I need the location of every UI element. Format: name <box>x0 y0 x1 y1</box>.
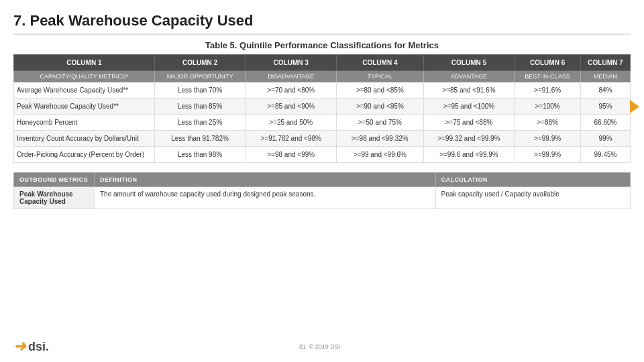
bottom-header-row: OUTBOUND METRICS DEFINITION CALCULATION <box>14 173 631 187</box>
table-cell: 84% <box>580 82 630 99</box>
subheader-col7: MEDIAN <box>580 71 630 82</box>
logo: ➜ dsi. <box>13 338 49 355</box>
subheader-col3: DISADVANTAGE <box>246 71 337 82</box>
main-table: COLUMN 1 COLUMN 2 COLUMN 3 COLUMN 4 COLU… <box>13 54 631 163</box>
subheader-col2: MAJOR OPPORTUNITY <box>154 71 246 82</box>
bottom-col3-header: CALCULATION <box>435 173 630 187</box>
table-cell: >=91.6% <box>515 82 581 99</box>
col7-header: COLUMN 7 <box>580 55 630 71</box>
table-cell: 99% <box>580 131 630 147</box>
bottom-section: OUTBOUND METRICS DEFINITION CALCULATION … <box>13 172 631 209</box>
table-cell: Order-Picking Accuracy (Percent by Order… <box>14 147 155 163</box>
col6-header: COLUMN 6 <box>515 55 581 71</box>
table-cell: Average Warehouse Capacity Used** <box>14 82 155 99</box>
table-cell: >=70 and <80% <box>246 82 337 99</box>
table-cell: Inventory Count Accuracy by Dollars/Unit <box>14 131 155 147</box>
table-cell: >=50 and 75% <box>337 115 424 131</box>
subheader-col5: ADVANTAGE <box>423 71 515 82</box>
table-row: Order-Picking Accuracy (Percent by Order… <box>14 147 631 163</box>
table-cell: >=99.9% <box>515 147 581 163</box>
table-cell: 95% <box>580 99 630 115</box>
table-cell: >=99.6 and <99.9% <box>423 147 515 163</box>
col2-header: COLUMN 2 <box>154 55 246 71</box>
bottom-table-row: Peak Warehouse Capacity UsedThe amount o… <box>14 187 631 209</box>
subheader-col1: CAPACITY/QUALITY METRICS* <box>14 71 155 82</box>
table-cell: >=80 and <85% <box>337 82 424 99</box>
table-cell: >=100% <box>515 99 581 115</box>
table-cell: >=98 and <99.32% <box>337 131 424 147</box>
col5-header: COLUMN 5 <box>423 55 515 71</box>
logo-text: dsi. <box>28 340 49 354</box>
bottom-table-cell: Peak capacity used / Capacity available <box>435 187 630 209</box>
table-cell: 66.60% <box>580 115 630 131</box>
column-header-row: COLUMN 1 COLUMN 2 COLUMN 3 COLUMN 4 COLU… <box>14 55 631 71</box>
bottom-table-cell: The amount of warehouse capacity used du… <box>95 187 436 209</box>
main-table-body: Average Warehouse Capacity Used**Less th… <box>14 82 631 163</box>
table-cell: >=90 and <95% <box>337 99 424 115</box>
bottom-table-body: Peak Warehouse Capacity UsedThe amount o… <box>14 187 631 209</box>
table-cell: Less than 85% <box>154 99 246 115</box>
subheader-row: CAPACITY/QUALITY METRICS* MAJOR OPPORTUN… <box>14 71 631 82</box>
table-title: Table 5. Quintile Performance Classifica… <box>13 40 631 50</box>
table-cell: >=99 and <99.6% <box>337 147 424 163</box>
bottom-col1-header: OUTBOUND METRICS <box>14 173 95 187</box>
table-cell: 99.45% <box>580 147 630 163</box>
table-row: Inventory Count Accuracy by Dollars/Unit… <box>14 131 631 147</box>
table-cell: Peak Warehouse Capacity Used** <box>14 99 155 115</box>
page: 7. Peak Warehouse Capacity Used Table 5.… <box>0 0 644 362</box>
table-cell: >=25 and 50% <box>246 115 337 131</box>
page-title: 7. Peak Warehouse Capacity Used <box>13 12 631 35</box>
table-cell: >=85 and <90% <box>246 99 337 115</box>
table-row: Peak Warehouse Capacity Used**Less than … <box>14 99 631 115</box>
row-highlight-arrow <box>630 100 639 113</box>
footer: ➜ dsi. 31 © 2019 DSI <box>13 334 631 355</box>
table-cell: >=98 and <99% <box>246 147 337 163</box>
bottom-col2-header: DEFINITION <box>95 173 436 187</box>
subheader-col4: TYPICAL <box>337 71 424 82</box>
table-cell: >=91.782 and <98% <box>246 131 337 147</box>
table-cell: Honeycomb Percent <box>14 115 155 131</box>
bottom-table-cell: Peak Warehouse Capacity Used <box>14 187 95 209</box>
table-cell: >=75 and <88% <box>423 115 515 131</box>
table-cell: >=99.9% <box>515 131 581 147</box>
bottom-table: OUTBOUND METRICS DEFINITION CALCULATION … <box>13 172 631 209</box>
table-cell: >=85 and <91.6% <box>423 82 515 99</box>
footer-page-number: 31 © 2019 DSI <box>49 343 590 350</box>
table-cell: Less than 98% <box>154 147 246 163</box>
table-cell: Less than 25% <box>154 115 246 131</box>
table-cell: Less than 70% <box>154 82 246 99</box>
table-cell: >=88% <box>515 115 581 131</box>
table-cell: >=95 and <100% <box>423 99 515 115</box>
logo-mark: ➜ <box>13 338 25 355</box>
table-cell: Less than 91.782% <box>154 131 246 147</box>
table-row: Honeycomb PercentLess than 25%>=25 and 5… <box>14 115 631 131</box>
col4-header: COLUMN 4 <box>337 55 424 71</box>
col1-header: COLUMN 1 <box>14 55 155 71</box>
table-row: Average Warehouse Capacity Used**Less th… <box>14 82 631 99</box>
table-cell: >=99.32 and <99.9% <box>423 131 515 147</box>
subheader-col6: BEST-IN-CLASS <box>515 71 581 82</box>
col3-header: COLUMN 3 <box>246 55 337 71</box>
